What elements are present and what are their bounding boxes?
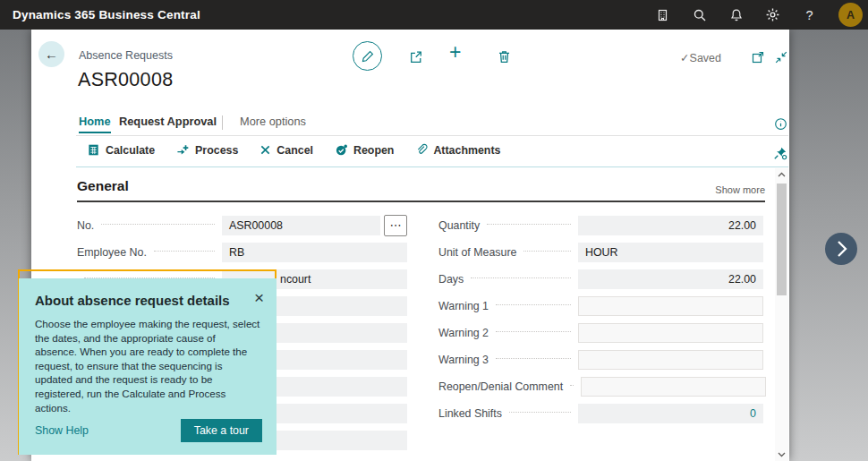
field-row-quantity: Quantity 22.00 [438,216,763,235]
days-field[interactable]: 22.00 [578,269,763,289]
dotted-leader [523,250,571,252]
next-record-button[interactable] [825,233,857,265]
field-label: Employee No. [77,246,147,259]
page-title: ASR00008 [78,69,173,91]
reopen-button[interactable]: Reopen [335,143,394,157]
collapse-icon[interactable] [773,49,789,65]
field-label: Linked Shifts [438,407,502,420]
pin-icon[interactable] [773,146,787,160]
dotted-leader [496,330,571,332]
top-bar-icons: ? A [655,0,863,30]
process-button[interactable]: Process [176,143,238,157]
notifications-bell-icon[interactable] [728,7,744,22]
search-icon[interactable] [692,7,707,22]
pencil-icon [361,49,375,64]
info-icon[interactable] [773,116,787,131]
cancel-button[interactable]: Cancel [260,144,313,157]
field-label: Unit of Measure [438,246,516,259]
edit-button[interactable] [353,41,382,71]
app-top-bar: Dynamics 365 Business Central ? A [0,0,868,30]
back-arrow-icon: ← [45,47,58,62]
employee-no-field[interactable]: RB [222,243,407,262]
field-row-warning-1: Warning 1 [438,296,763,316]
field-label: Warning 2 [438,327,489,339]
calculator-icon [87,143,100,157]
field-label: Warning 3 [438,354,489,366]
breadcrumb[interactable]: Absence Requests [79,49,173,62]
app-title[interactable]: Dynamics 365 Business Central [13,8,200,21]
linked-shifts-field[interactable]: 0 [578,404,763,423]
quantity-field[interactable]: 22.00 [578,216,763,235]
cancel-x-icon [260,144,271,156]
scroll-down-icon[interactable] [775,448,788,461]
dotted-leader [154,250,215,252]
dotted-leader [509,411,571,413]
field-row-unit-of-measure: Unit of Measure HOUR [438,243,763,262]
field-row-employee-no: Employee No. RB [77,243,407,262]
reopen-denial-comment-field[interactable] [581,377,766,397]
company-icon[interactable] [655,7,670,22]
scroll-up-icon[interactable] [775,168,788,181]
warning-1-field[interactable] [578,296,763,316]
field-label: Quantity [438,219,480,232]
saved-status: ✓Saved [680,51,721,64]
scrollbar-thumb[interactable] [777,184,787,295]
tab-divider [222,115,223,130]
field-row-linked-shifts: Linked Shifts 0 [438,404,763,423]
show-help-link[interactable]: Show Help [35,424,89,437]
field-label: Days [438,273,464,286]
field-label: No. [77,219,94,232]
avatar[interactable]: A [838,3,863,27]
action-bar-separator [76,166,788,167]
callout-body: Choose the employee making the request, … [35,317,260,414]
section-underline [77,201,765,202]
tab-home[interactable]: Home [79,115,111,133]
field-row-warning-2: Warning 2 [438,323,763,343]
dotted-leader [496,303,571,305]
new-record-button[interactable]: + [449,40,461,64]
tab-request-approval[interactable]: Request Approval [119,115,217,128]
warning-2-field[interactable] [578,323,763,343]
dotted-leader [471,277,571,278]
dotted-leader [570,384,574,386]
field-label: Reopen/Denial Comment [438,380,563,393]
field-row-reopen-denial-comment: Reopen/Denial Comment [438,377,763,397]
warning-3-field[interactable] [578,350,763,370]
tabs-separator [76,135,788,136]
field-row-no: No. ASR00008 ⋯ [77,216,407,235]
teaching-callout: About absence request details × Choose t… [19,278,277,455]
attachments-button[interactable]: Attachments [415,143,500,157]
section-heading-general[interactable]: General [77,178,129,194]
share-icon[interactable] [408,48,424,64]
delete-trash-icon[interactable] [496,48,512,64]
dotted-leader [496,357,571,359]
check-icon: ✓ [680,52,689,64]
unit-of-measure-field[interactable]: HOUR [578,243,763,262]
back-button[interactable]: ← [38,41,64,67]
help-icon[interactable]: ? [802,7,817,22]
close-icon[interactable]: × [254,291,264,305]
process-icon [176,143,190,157]
dotted-leader [487,223,571,225]
show-more-link[interactable]: Show more [715,184,765,195]
vertical-scrollbar[interactable] [775,168,788,461]
no-field[interactable]: ASR00008 [222,216,380,235]
popout-window-icon[interactable] [750,49,766,65]
field-row-warning-3: Warning 3 [438,350,763,370]
take-a-tour-button[interactable]: Take a tour [181,419,262,442]
assist-edit-button[interactable]: ⋯ [384,215,407,236]
field-label: Warning 1 [438,300,489,312]
tab-more-options[interactable]: More options [240,115,306,128]
dotted-leader [101,223,215,225]
settings-gear-icon[interactable] [765,7,780,22]
callout-footer: Show Help Take a tour [35,419,262,442]
chevron-right-icon [825,233,857,265]
paperclip-icon [415,143,428,157]
action-bar: Calculate Process Cancel Reopen Attachme… [87,143,500,157]
callout-title: About absence request details [35,293,260,308]
field-row-days: Days 22.00 [438,269,763,289]
reopen-check-icon [335,143,348,157]
calculate-button[interactable]: Calculate [87,143,155,157]
